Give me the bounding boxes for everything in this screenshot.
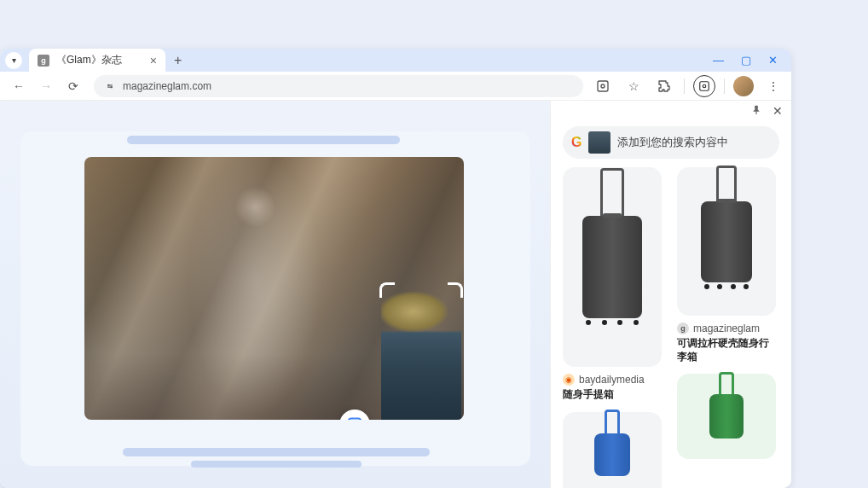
lens-selection-box[interactable] [381,284,461,420]
result-1-title: 随身手提箱 [563,388,662,402]
browser-window: ▾ g 《Glam》杂志 × + — ▢ ✕ ← → ⟳ magazinegla… [0,49,791,488]
results-grid: ◉ baydailymedia 随身手提箱 [551,167,791,488]
svg-rect-2 [598,81,608,91]
placeholder-line-2 [191,461,362,468]
result-2-source: g magazineglam [677,322,776,334]
address-bar[interactable]: magazineglam.com [94,75,583,97]
bookmark-star-icon[interactable]: ☆ [622,75,645,97]
svg-point-1 [111,86,113,88]
window-minimize-icon[interactable]: — [713,54,724,67]
placeholder-title [127,136,400,144]
source-icon-2: g [677,322,689,334]
toolbar-actions: ☆ ⋮ [592,75,784,97]
svg-point-5 [703,84,706,88]
result-card-4[interactable] [677,374,776,459]
hero-image[interactable] [84,157,464,420]
tab-close-icon[interactable]: × [150,54,157,67]
result-card-1[interactable] [563,167,662,367]
reload-button[interactable]: ⟳ [61,74,85,98]
tab-search-dropdown[interactable]: ▾ [5,52,22,69]
lens-side-panel: ✕ G 添加到您的搜索内容中 ◉ baydailymedia [550,101,791,488]
forward-button[interactable]: → [34,74,58,98]
search-chip-label: 添加到您的搜索内容中 [617,135,728,150]
result-card-2[interactable] [677,167,776,316]
placeholder-line-1 [123,448,430,456]
tab-title: 《Glam》杂志 [56,53,143,67]
window-maximize-icon[interactable]: ▢ [741,54,751,67]
result-card-3[interactable] [563,412,662,488]
pin-panel-icon[interactable] [750,104,762,119]
svg-point-3 [601,84,605,88]
source-label-2: magazineglam [693,322,760,334]
tab-favicon: g [38,55,49,67]
lens-active-icon[interactable] [693,75,715,97]
tab-strip: ▾ g 《Glam》杂志 × + — ▢ ✕ [0,49,791,72]
svg-point-0 [107,84,109,85]
window-controls: — ▢ ✕ [713,54,786,67]
close-panel-icon[interactable]: ✕ [773,104,783,118]
result-2-title: 可调拉杆硬壳随身行李箱 [677,337,776,363]
menu-kebab-icon[interactable]: ⋮ [762,75,784,97]
profile-avatar[interactable] [733,76,754,96]
extensions-icon[interactable] [653,75,675,97]
page-content [0,101,550,488]
google-logo-icon: G [571,135,582,150]
active-tab[interactable]: g 《Glam》杂志 × [29,49,165,72]
back-button[interactable]: ← [7,74,31,98]
article-card [20,131,530,466]
result-1-source: ◉ baydailymedia [563,374,662,386]
site-settings-icon[interactable] [102,78,118,94]
lens-icon[interactable] [592,75,614,97]
source-label-1: baydailymedia [579,374,645,386]
panel-controls: ✕ [551,101,791,121]
svg-rect-6 [349,419,362,421]
source-icon-1: ◉ [563,374,575,386]
svg-rect-4 [700,81,709,90]
search-thumb [588,131,610,154]
window-close-icon[interactable]: ✕ [768,54,778,67]
search-chip[interactable]: G 添加到您的搜索内容中 [563,126,779,159]
toolbar: ← → ⟳ magazineglam.com ☆ ⋮ [0,72,791,101]
new-tab-button[interactable]: + [174,53,182,68]
address-url: magazineglam.com [123,80,211,92]
